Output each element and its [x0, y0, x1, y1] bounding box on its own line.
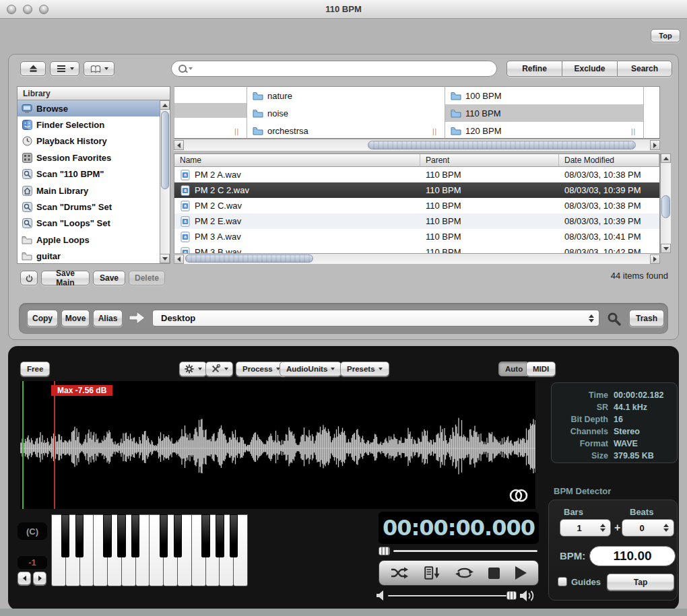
file-row[interactable]: aPM 2 A.wav110 BPM08/03/03, 10:38 PM [174, 167, 659, 182]
volume-slider-track[interactable] [388, 595, 506, 596]
sidebar-item-scan-drums-set[interactable]: Scan "Drums" Set [18, 199, 160, 215]
file-list-hscrollbar[interactable] [174, 253, 660, 264]
file-date: 08/03/03, 10:41 PM [564, 232, 641, 242]
sidebar-item-session-favorites[interactable]: Session Favorites [18, 149, 160, 166]
position-slider-thumb[interactable] [379, 547, 390, 555]
search-button[interactable]: Search [617, 61, 672, 77]
trash-button[interactable]: Trash [629, 310, 664, 327]
waveform-display[interactable]: Max -7.56 dB [20, 381, 535, 509]
sidebar-item-finder-selection[interactable]: Finder Selection [18, 116, 160, 133]
file-row[interactable]: aPM 3 A.wav110 BPM08/03/03, 10:41 PM [174, 229, 659, 244]
columns-hscrollbar[interactable] [174, 139, 660, 151]
browser-column-2[interactable]: naturenoiseorchestrsa [247, 86, 445, 139]
top-button[interactable]: Top [651, 29, 680, 42]
auto-button[interactable]: Auto [498, 362, 529, 376]
bpm-label: BPM: [560, 550, 585, 561]
piano-black-key[interactable] [201, 514, 210, 557]
column-header-date[interactable]: Date Modified [559, 154, 659, 166]
piano-black-key[interactable] [216, 514, 224, 557]
position-slider-track[interactable] [393, 550, 537, 552]
piano-black-key[interactable] [103, 514, 112, 557]
piano-black-key[interactable] [117, 514, 126, 557]
bars-select[interactable]: 1 [560, 519, 611, 537]
sidebar-item-playback-history[interactable]: Playback History [18, 133, 160, 149]
stop-button[interactable] [488, 568, 500, 579]
file-row[interactable]: aPM 2 C 2.wav110 BPM08/03/03, 10:39 PM [174, 182, 659, 198]
transpose-up-button[interactable] [33, 572, 46, 585]
piano-black-key[interactable] [61, 514, 70, 557]
piano-black-key[interactable] [75, 514, 84, 557]
library-scrollbar[interactable] [160, 100, 170, 263]
midi-button[interactable]: MIDI [526, 362, 556, 376]
browser-folder-orchestrsa[interactable]: orchestrsa [247, 122, 445, 139]
volume-slider-thumb[interactable] [506, 591, 517, 600]
audiounits-menu-button[interactable]: AudioUnits [280, 362, 341, 376]
move-button[interactable]: Move [61, 310, 90, 327]
browser-folder-noise[interactable]: noise [247, 104, 445, 122]
column-header-parent[interactable]: Parent [420, 154, 559, 166]
browser-column-3[interactable]: 100 BPM110 BPM120 BPM [445, 86, 643, 139]
piano-keyboard[interactable] [51, 514, 248, 586]
save-main-button[interactable]: Save Main [41, 271, 90, 285]
browser-folder-120-bpm[interactable]: 120 BPM [445, 122, 643, 139]
refine-button[interactable]: Refine [506, 61, 562, 77]
exclude-button[interactable]: Exclude [562, 61, 617, 77]
sidebar-item-scan-110-bpm-[interactable]: Scan "110 BPM" [18, 166, 160, 182]
sidebar-item-scan-loops-set[interactable]: Scan "Loops" Set [18, 215, 160, 232]
sidebar-item-browse[interactable]: Browse [18, 100, 160, 116]
magnifier-icon[interactable] [606, 311, 621, 326]
browser-folder-nature[interactable]: nature [247, 87, 445, 104]
play-button[interactable] [515, 566, 527, 580]
stereo-rings-icon[interactable] [507, 487, 530, 504]
column-header-name[interactable]: Name [174, 154, 420, 166]
scrollbar-thumb[interactable] [161, 111, 169, 189]
tools-menu-button[interactable] [205, 362, 233, 376]
scrollbar-thumb[interactable] [661, 195, 670, 218]
bookmarks-button[interactable] [84, 61, 115, 76]
file-row[interactable]: aPM 2 E.wav110 BPM08/03/03, 10:39 PM [174, 213, 659, 229]
browser-folder-100-bpm[interactable]: 100 BPM [445, 87, 643, 104]
presets-menu-button[interactable]: Presets [340, 362, 389, 376]
scrollbar-thumb[interactable] [368, 141, 636, 149]
sidebar-item-apple-loops[interactable]: Apple Loops [18, 232, 160, 248]
sidebar-item-main-library[interactable]: Main Library [18, 182, 160, 199]
piano-black-key[interactable] [160, 514, 168, 557]
save-button[interactable]: Save [93, 271, 125, 285]
folder-label: orchestrsa [267, 126, 308, 136]
piano-black-key[interactable] [174, 514, 183, 557]
playhead-marker[interactable] [22, 381, 24, 509]
audio-file-icon: a [180, 201, 191, 211]
file-date: 08/03/03, 10:39 PM [564, 185, 641, 195]
sidebar-item-label: Scan "110 BPM" [36, 169, 104, 179]
search-input[interactable] [171, 61, 497, 77]
alias-button[interactable]: Alias [93, 310, 123, 327]
scrollbar-thumb[interactable] [185, 254, 313, 263]
piano-black-key[interactable] [131, 514, 140, 557]
free-button[interactable]: Free [20, 362, 50, 376]
transpose-down-button[interactable] [18, 572, 31, 585]
octave-display[interactable]: (C) [18, 522, 47, 540]
library-header: Library [18, 87, 170, 100]
destination-popup[interactable]: Desktop [152, 310, 599, 327]
file-list-vscrollbar[interactable] [660, 153, 671, 253]
playlist-advance-icon[interactable] [424, 566, 440, 580]
shuffle-icon[interactable] [391, 566, 409, 580]
rescan-button[interactable] [20, 271, 38, 285]
file-row[interactable]: aPM 2 C.wav110 BPM08/03/03, 10:38 PM [174, 198, 659, 213]
tap-button[interactable]: Tap [607, 574, 674, 590]
browser-folder-110-bpm[interactable]: 110 BPM [445, 104, 643, 122]
sidebar-item-guitar[interactable]: guitar [18, 248, 160, 263]
bpm-value-field[interactable]: 110.00 [589, 546, 676, 566]
file-row[interactable]: aPM 3 B.wav110 BPM08/03/03, 10:42 PM [174, 244, 659, 253]
delete-button[interactable]: Delete [129, 271, 165, 285]
eject-button[interactable] [20, 61, 46, 76]
beats-select[interactable]: 0 [622, 519, 674, 537]
svg-text:a: a [184, 219, 187, 224]
copy-button[interactable]: Copy [27, 310, 58, 327]
file-list-header[interactable]: Name Parent Date Modified [174, 153, 660, 167]
guides-checkbox[interactable] [558, 577, 567, 586]
gear-menu-button[interactable] [179, 362, 207, 376]
view-menu-button[interactable] [50, 61, 79, 76]
loop-icon[interactable] [455, 566, 473, 580]
piano-black-key[interactable] [230, 514, 238, 557]
